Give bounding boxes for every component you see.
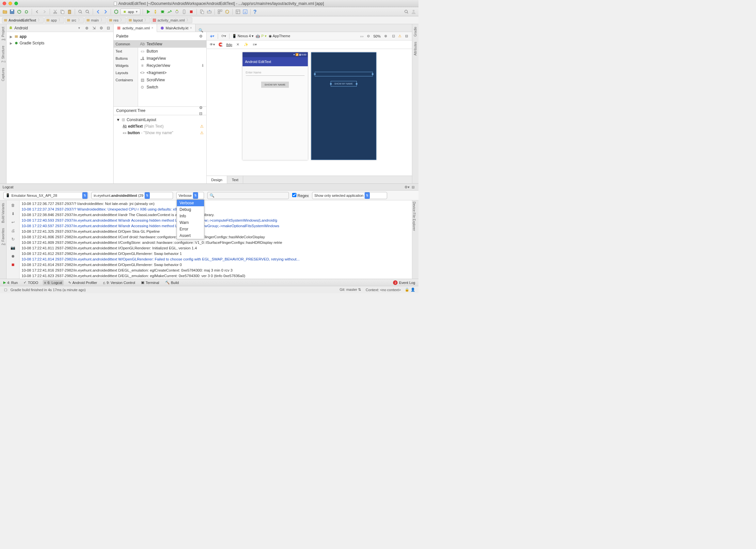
screenshot-icon[interactable]: 📷 (10, 245, 16, 251)
collapse-all-icon[interactable]: ⇲ (91, 25, 97, 31)
palette-settings-icon[interactable]: ⚙ (198, 33, 204, 39)
dropdown-option[interactable]: Error (177, 226, 204, 232)
dropdown-option[interactable]: Verbose (177, 200, 204, 206)
palette-item-button[interactable]: ▭Button (138, 48, 206, 55)
terminal-tool-button[interactable]: ▣ Terminal (140, 280, 161, 285)
run-icon[interactable] (145, 9, 151, 15)
palette-category[interactable]: Layouts (114, 69, 138, 76)
breadcrumb-item[interactable]: AndroidEditText〉 (2, 17, 44, 23)
sync-icon[interactable] (16, 9, 22, 15)
project-view-select[interactable]: Android (14, 26, 76, 30)
design-preview[interactable]: ▾📶▮8:00 Android EditText Enter Name SHOW… (243, 52, 308, 160)
editor-tab-kotlin[interactable]: MainActivity.kt× (157, 24, 196, 32)
structure-icon[interactable] (217, 9, 223, 15)
scroll-end-icon[interactable]: ⬇ (10, 211, 16, 217)
breadcrumb-item[interactable]: src〉 (65, 17, 84, 23)
refresh-icon[interactable] (24, 9, 29, 15)
project-tool-button[interactable]: 1: Project (1, 25, 5, 42)
palette-item-imageview[interactable]: 🏞ImageView (138, 55, 206, 62)
attributes-tool-button[interactable]: Attributes (414, 40, 417, 57)
save-icon[interactable] (9, 9, 15, 15)
breadcrumb-item[interactable]: res〉 (107, 17, 126, 23)
orientation-icon[interactable]: ⟳▾ (221, 33, 227, 39)
palette-category[interactable]: Common (114, 40, 138, 48)
palette-category[interactable]: Buttons (114, 55, 138, 62)
stop-icon[interactable] (188, 9, 194, 15)
profile-icon[interactable] (167, 9, 173, 15)
tree-node-app[interactable]: ▶ app (7, 33, 113, 40)
dock-icon[interactable] (242, 9, 248, 15)
default-margin[interactable]: 8dp (226, 43, 232, 47)
log-level-select[interactable]: Verbose⇅ Verbose Debug Info Warn Error A… (176, 192, 204, 199)
breadcrumb-item[interactable]: main〉 (85, 17, 106, 23)
apply-changes-icon[interactable] (152, 9, 158, 15)
theme-select[interactable]: ◉ AppTheme (269, 34, 290, 38)
logcat-tool-button[interactable]: ≡ 6: Logcat (43, 280, 64, 285)
run-config-select[interactable]: app ▼ (120, 8, 140, 15)
scroll-from-source-icon[interactable]: ⊕ (84, 25, 90, 31)
hector-icon[interactable]: 👤 (410, 287, 416, 293)
breadcrumb-item[interactable]: app〉 (44, 17, 64, 23)
structure-tool-button[interactable]: 7: Structure (1, 44, 5, 64)
replace-icon[interactable] (85, 9, 90, 15)
palette-item-recyclerview[interactable]: ≡RecyclerView⬇ (138, 62, 206, 69)
git-branch[interactable]: Git: master ⇅ (340, 288, 361, 292)
build-icon[interactable] (113, 9, 119, 15)
logcat-settings-icon[interactable]: ⚙▾ (404, 184, 410, 190)
record-icon[interactable]: ⏺ (10, 253, 16, 259)
palette-category[interactable]: Containers (114, 76, 138, 84)
zoom-level[interactable]: 50% (373, 34, 381, 38)
sdk-manager-icon[interactable] (206, 9, 212, 15)
build-variants-button[interactable]: Build Variants (1, 202, 5, 224)
filter-select[interactable]: Show only selected application⇅ (312, 192, 387, 199)
terminate-icon[interactable]: ⏹ (10, 262, 16, 268)
palette-item-scrollview[interactable]: ▤ScrollView (138, 76, 206, 84)
minimize-window[interactable] (8, 2, 12, 5)
layout-icon[interactable] (235, 9, 241, 15)
soft-wrap-icon[interactable]: ↩ (10, 219, 16, 225)
clear-logcat-icon[interactable]: 🗑 (10, 202, 16, 208)
process-select[interactable]: in.eyehunt.androidedittext (29⇅ (91, 192, 173, 199)
user-icon[interactable] (411, 9, 417, 15)
palette-search-icon[interactable]: 🔍 (198, 27, 204, 33)
undo-icon[interactable] (34, 9, 40, 15)
print-icon[interactable]: 🖨 (10, 228, 16, 234)
logcat-search-input[interactable]: 🔍 (207, 192, 289, 199)
editor-tab-layout[interactable]: activity_main.xml× (114, 24, 157, 32)
api-select[interactable]: 🤖 P ▾ (256, 34, 266, 38)
comp-tree-settings-icon[interactable]: ⚙ (198, 105, 204, 111)
comp-tree-node-button[interactable]: ▭ button - "Show my name" ⚠ (114, 130, 206, 136)
context-label[interactable]: Context: <no context> (366, 288, 401, 292)
hide-icon[interactable]: ⊟ (105, 25, 111, 31)
profiler-tool-button[interactable]: ∿ Android Profiler (67, 280, 99, 285)
blueprint-preview[interactable]: SHOW MY NAME (311, 52, 376, 160)
run-tool-button[interactable]: ▶4: Run (2, 280, 19, 285)
device-select[interactable]: 📱 Nexus 4 ▾ (232, 34, 254, 38)
comp-tree-node-root[interactable]: ▼ ConstraintLayout (114, 117, 206, 123)
build-tool-button[interactable]: 🔨 Build (164, 280, 180, 285)
palette-item-switch[interactable]: ⊙Switch (138, 84, 206, 91)
align-icon[interactable]: ≡▾ (252, 42, 258, 48)
logcat-output[interactable]: 10-08 17:22:36.727 2937-2937/? I/android… (20, 200, 412, 279)
view-options-icon[interactable]: 👁▾ (209, 42, 215, 48)
close-tab-icon[interactable]: × (190, 26, 192, 30)
dropdown-option[interactable]: Debug (177, 206, 204, 213)
autoconnect-icon[interactable]: 🧲 (218, 42, 224, 48)
cut-icon[interactable] (52, 9, 58, 15)
todo-tool-button[interactable]: ✓ TODO (22, 280, 39, 285)
paste-icon[interactable] (67, 9, 72, 15)
dropdown-option[interactable]: Assert (177, 232, 204, 239)
restore-layout-icon[interactable] (224, 9, 230, 15)
device-select[interactable]: 📱 Emulator Nexus_5X_API_28 ⇅ (3, 192, 88, 199)
back-icon[interactable] (95, 9, 101, 15)
regex-checkbox[interactable]: Regex (292, 193, 309, 198)
gradle-tool-button[interactable]: Gradle (414, 25, 417, 38)
find-icon[interactable] (77, 9, 83, 15)
avd-manager-icon[interactable] (199, 9, 205, 15)
maximize-window[interactable] (14, 2, 18, 5)
palette-item-fragment[interactable]: <><fragment> (138, 69, 206, 76)
comp-tree-node-edittext[interactable]: Ab editText (Plain Text) ⚠ (114, 123, 206, 130)
logcat-hide-icon[interactable]: ⊟ (410, 184, 416, 190)
attach-debugger-icon[interactable] (174, 9, 180, 15)
event-log-button[interactable]: 2 Event Log (392, 280, 417, 286)
